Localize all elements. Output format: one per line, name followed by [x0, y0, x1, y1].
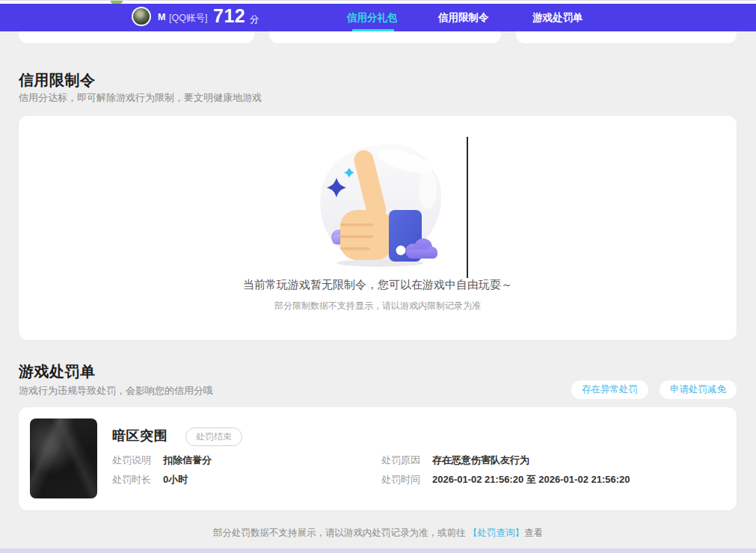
- footer-text-after: 查看: [524, 528, 543, 538]
- card-stub-left: [19, 31, 254, 43]
- abnormal-penalty-button[interactable]: 存在异常处罚: [571, 380, 648, 399]
- account-type-label: [QQ账号]: [169, 12, 207, 25]
- field-label: 处罚时间: [381, 473, 420, 486]
- restriction-empty-card: 当前常玩游戏暂无限制令，您可以在游戏中自由玩耍～ 部分限制数据不支持显示，请以游…: [19, 116, 737, 340]
- credit-score: 712: [213, 5, 245, 27]
- penalty-status-badge: 处罚结束: [185, 427, 242, 446]
- empty-state-note: 部分限制数据不支持显示，请以游戏内限制记录为准: [19, 300, 737, 312]
- card-stub-middle: [269, 31, 501, 43]
- penalty-field-reason: 处罚原因 存在恶意伤害队友行为: [381, 454, 529, 467]
- field-label: 处罚原因: [381, 454, 420, 467]
- field-value: 扣除信誉分: [163, 454, 212, 467]
- tab-credit-gift[interactable]: 信用分礼包: [347, 11, 398, 25]
- tab-game-penalty[interactable]: 游戏处罚单: [532, 11, 583, 25]
- penalty-field-description: 处罚说明 扣除信誉分: [112, 454, 212, 467]
- card-stub-right: [516, 31, 737, 43]
- credit-page: M [QQ账号] 712 分 信用分礼包 信用限制令 游戏处罚单 信用限制令 信…: [0, 0, 756, 553]
- field-value: 2026-01-02 21:56:20 至 2026-01-02 21:56:2…: [432, 473, 630, 486]
- field-value: 0小时: [163, 473, 188, 486]
- game-thumbnail: [30, 418, 97, 498]
- penalty-section-title: 游戏处罚单: [19, 362, 96, 382]
- restriction-section-title: 信用限制令: [19, 70, 96, 90]
- field-value: 存在恶意伤害队友行为: [432, 454, 529, 467]
- footer-text-before: 部分处罚数据不支持展示，请以游戏内处罚记录为准，或前往: [213, 528, 468, 538]
- game-title: 暗区突围: [112, 427, 168, 445]
- restriction-section-subtitle: 信用分达标，即可解除游戏行为限制，要文明健康地游戏: [19, 91, 262, 105]
- tab-credit-restriction[interactable]: 信用限制令: [438, 11, 489, 25]
- bottom-edge-strip: [0, 549, 756, 553]
- field-label: 处罚说明: [112, 454, 151, 467]
- thumbs-up-illustration-icon: [314, 140, 441, 268]
- penalty-card: 暗区突围 处罚结束 处罚说明 扣除信誉分 处罚原因 存在恶意伤害队友行为 处罚时…: [19, 407, 737, 510]
- avatar[interactable]: [132, 7, 151, 26]
- penalty-relief-button[interactable]: 申请处罚减免: [660, 380, 737, 399]
- header-bar: M [QQ账号] 712 分 信用分礼包 信用限制令 游戏处罚单: [0, 4, 756, 31]
- vertical-divider: [467, 137, 468, 278]
- field-label: 处罚时长: [112, 473, 151, 486]
- penalty-field-time: 处罚时间 2026-01-02 21:56:20 至 2026-01-02 21…: [381, 473, 630, 486]
- footer-note: 部分处罚数据不支持展示，请以游戏内处罚记录为准，或前往 【处罚查询】查看: [0, 527, 756, 540]
- penalty-section-subtitle: 游戏行为违规导致处罚，会影响您的信用分哦: [19, 384, 213, 398]
- username: M: [158, 12, 165, 22]
- credit-score-unit: 分: [250, 13, 259, 26]
- empty-state-message: 当前常玩游戏暂无限制令，您可以在游戏中自由玩耍～: [19, 278, 737, 292]
- penalty-action-buttons: 存在异常处罚 申请处罚减免: [571, 380, 737, 399]
- penalty-query-link[interactable]: 【处罚查询】: [468, 528, 524, 538]
- penalty-field-duration: 处罚时长 0小时: [112, 473, 188, 486]
